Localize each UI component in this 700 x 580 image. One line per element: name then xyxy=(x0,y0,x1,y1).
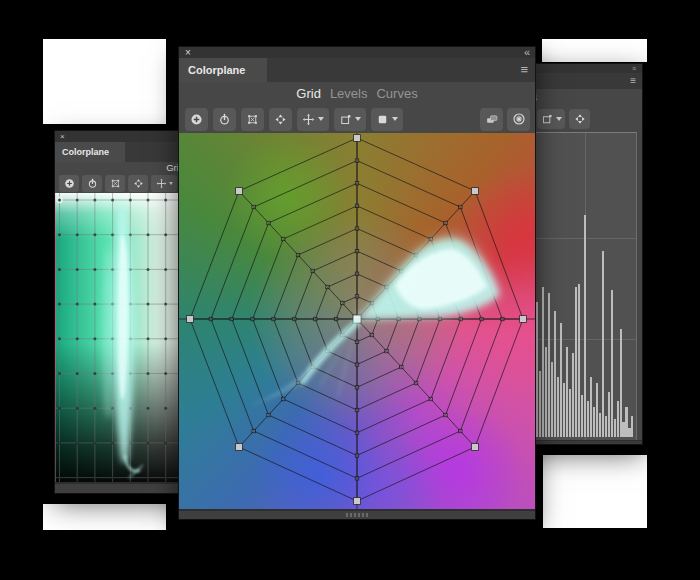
swatch-button[interactable] xyxy=(371,108,403,131)
chevron-down-icon xyxy=(355,117,361,121)
mode-grid[interactable]: Grid xyxy=(296,86,321,101)
collapse-icon[interactable]: « xyxy=(524,48,529,57)
add-circle-button[interactable] xyxy=(59,175,79,192)
colorplane-hue-wheel[interactable] xyxy=(179,133,535,509)
power-button[interactable] xyxy=(213,108,236,131)
chevron-down-icon xyxy=(556,117,562,121)
front-panel-modebar: Grid Levels Curves xyxy=(179,82,535,105)
chevron-down-icon xyxy=(392,117,398,121)
panel-menu-icon[interactable]: ≡ xyxy=(520,59,535,81)
move-button[interactable] xyxy=(297,108,329,131)
chevron-down-icon xyxy=(169,182,173,185)
front-panel-footer xyxy=(179,509,535,519)
mode-levels[interactable]: Levels xyxy=(330,86,368,101)
anchor-diamond-button[interactable] xyxy=(128,175,148,192)
tab-colorplane[interactable]: Colorplane xyxy=(179,58,267,82)
rect-handle-button[interactable] xyxy=(537,109,565,129)
front-panel-tabbar: Colorplane ≡ xyxy=(179,58,535,82)
page-block-top-right xyxy=(542,39,647,62)
anchor-diamond-button[interactable] xyxy=(569,109,590,129)
anchor-diamond-button[interactable] xyxy=(269,108,292,131)
transform-box-button[interactable] xyxy=(241,108,264,131)
settings-button[interactable] xyxy=(507,108,530,131)
close-icon[interactable]: × xyxy=(60,132,65,141)
collapse-icon[interactable]: ≡ xyxy=(632,65,636,72)
page-block-bottom-right xyxy=(543,455,647,528)
move-button[interactable] xyxy=(151,175,177,192)
transform-box-button[interactable] xyxy=(105,175,125,192)
resize-grip[interactable] xyxy=(346,513,368,517)
tab-colorplane[interactable]: Colorplane xyxy=(55,142,125,162)
mode-curves[interactable]: Curves xyxy=(376,86,417,101)
page-block-bottom-left xyxy=(43,504,166,530)
panel-menu-icon[interactable]: ≡ xyxy=(630,75,642,86)
close-icon[interactable]: × xyxy=(185,48,191,57)
page-block-top-left xyxy=(43,39,166,124)
colorplane-panel-front: × « Colorplane ≡ Grid Levels Curves xyxy=(178,46,536,520)
add-circle-button[interactable] xyxy=(185,108,208,131)
power-button[interactable] xyxy=(82,175,102,192)
chevron-down-icon xyxy=(318,117,324,121)
hue-scatter xyxy=(179,133,535,509)
snapshot-button[interactable] xyxy=(480,108,503,131)
rect-handle-button[interactable] xyxy=(334,108,366,131)
front-panel-titlebar: × « xyxy=(179,47,535,58)
front-panel-toolbar xyxy=(179,105,535,133)
page: × Colorplane ≡ Grid Levels Curves xyxy=(0,0,700,580)
